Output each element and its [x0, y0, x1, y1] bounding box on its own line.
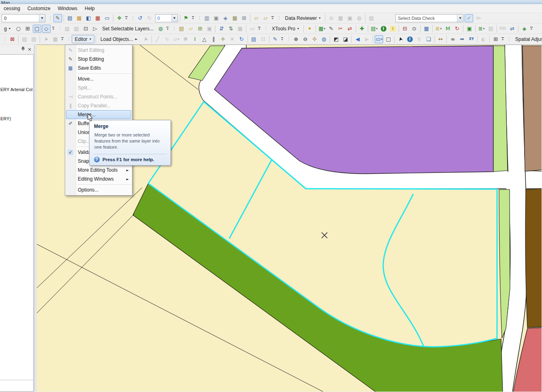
toolbar-overflow-icon[interactable]: ▾: [530, 27, 533, 31]
zoom-selection-icon[interactable]: ⊡: [81, 25, 90, 33]
close-panel-icon[interactable]: ×: [28, 47, 32, 52]
toolbar-grip[interactable]: ⋮: [277, 15, 281, 21]
layer-edit-icon[interactable]: ≣▾: [434, 25, 443, 33]
menubar-item-windows[interactable]: Windows: [54, 4, 81, 13]
set-selectable-layers-button[interactable]: Set Selectable Layers...: [100, 25, 156, 33]
trace-tool-icon[interactable]: I: [191, 35, 199, 43]
toolbar-overflow-icon[interactable]: ▾: [166, 27, 169, 31]
toolbar-extra-icon-5[interactable]: ⊞: [240, 14, 248, 22]
menu-item-stop-editing[interactable]: ✎Stop Editing: [65, 55, 132, 64]
select-duplicates-icon[interactable]: ◈: [520, 25, 529, 33]
toolbar-grip[interactable]: ⋮: [67, 36, 70, 42]
toolbar-grip[interactable]: ⋮: [507, 36, 511, 42]
toolbar-extra-icon-4[interactable]: ▦: [230, 14, 239, 22]
zoom-out-icon[interactable]: ⊖: [301, 35, 309, 43]
refresh-cm-icon[interactable]: ↻: [453, 25, 461, 33]
select-data-check-combo[interactable]: Select Data Check▼: [395, 14, 463, 22]
data-reviewer-menu[interactable]: Data Reviewer▾: [282, 14, 324, 22]
toolbar-grip[interactable]: ⋮: [286, 36, 290, 42]
menubar-item-help[interactable]: Help: [81, 4, 98, 13]
model-builder-icon[interactable]: ❖: [115, 14, 124, 22]
toolbar-grip[interactable]: ⋮: [3, 36, 6, 42]
toc-legend-area[interactable]: ERY Arterial Col ERY): [0, 54, 34, 392]
toolbar-overflow-icon[interactable]: ▾: [281, 37, 284, 41]
menu-item-editing-windows[interactable]: Editing Windows►: [65, 175, 132, 183]
split-polygons-icon[interactable]: ✂: [336, 25, 345, 33]
undo-icon[interactable]: ↺: [136, 14, 145, 22]
tip-icon[interactable]: i: [388, 25, 397, 33]
add-shape-icon[interactable]: ✦: [305, 25, 314, 33]
find-route-icon[interactable]: ➥: [458, 35, 466, 43]
catalog-icon[interactable]: ▦: [75, 14, 83, 22]
swap-symbols-icon[interactable]: ⇄: [508, 25, 516, 33]
toolbar-overflow-icon[interactable]: ▾: [52, 27, 55, 31]
html-popup-icon[interactable]: ❏: [424, 35, 433, 43]
group-features-icon[interactable]: ⊞: [196, 25, 204, 33]
toolbar-grip[interactable]: ⋮: [172, 26, 175, 31]
copy-window-icon[interactable]: ▣: [465, 25, 474, 33]
instance-count-combo[interactable]: 0▼: [155, 14, 178, 22]
menubar-item-customize[interactable]: Customize: [24, 4, 54, 13]
sketch-properties-icon[interactable]: ∷: [259, 35, 267, 43]
pan-icon[interactable]: ✣: [310, 35, 319, 43]
edit-sketch-tool-icon[interactable]: ✎: [53, 14, 62, 22]
update-rows-icon[interactable]: ⇅: [226, 25, 235, 33]
attributes-icon[interactable]: ▤: [250, 35, 258, 43]
load-objects-button[interactable]: Load Objects...►: [97, 35, 141, 43]
grid-window-icon[interactable]: ▦: [422, 25, 431, 33]
toolbar-overflow-icon[interactable]: ▾: [258, 27, 260, 31]
toolbar-overflow-icon[interactable]: ▾: [125, 16, 128, 20]
table-operations-icon[interactable]: ▦▾: [318, 25, 326, 33]
send-features-icon[interactable]: ▱: [186, 25, 195, 33]
toolbar-grip[interactable]: ⋮: [197, 15, 201, 21]
parcel-dark-brown[interactable]: [525, 188, 542, 328]
toolbar-grip[interactable]: ⋮: [48, 15, 52, 21]
topology-edit-icon[interactable]: ⊠: [8, 35, 17, 43]
dialog-form-icon[interactable]: ▤: [66, 14, 74, 22]
spatial-adjustment-menu[interactable]: Spatial Adjustment▾: [512, 35, 542, 43]
select-polygon-icon[interactable]: ▷: [91, 25, 99, 33]
fetch-rows-icon[interactable]: ⇵: [217, 25, 226, 33]
add-feature-icon[interactable]: ✚: [358, 25, 366, 33]
toolbar-grip[interactable]: ⋮: [131, 15, 134, 21]
menu-item-merge[interactable]: Merge...: [65, 110, 132, 119]
parcel-tan-brown[interactable]: [523, 46, 542, 171]
drawing-menu[interactable]: g▾: [1, 24, 14, 33]
flag-icon[interactable]: ⚑: [182, 14, 190, 22]
python-window-icon[interactable]: ▭: [103, 14, 111, 22]
move-vertex-icon[interactable]: ✛: [219, 35, 227, 43]
toolbar-extra-icon-1[interactable]: ▥: [203, 14, 211, 22]
layer-operations-icon[interactable]: ≣▾: [477, 25, 486, 33]
stamp-icon-2[interactable]: ▱: [261, 14, 270, 22]
measure-icon[interactable]: ↔: [436, 35, 445, 43]
layer-combo-dropdown-icon[interactable]: ▼: [39, 15, 45, 22]
editor-menu-button[interactable]: Editor▾: [72, 35, 94, 43]
feature-tree-icon[interactable]: ⊟: [401, 25, 409, 33]
toolbar-grip[interactable]: ⋮: [58, 26, 61, 31]
toolbar-overflow-icon[interactable]: ▾: [271, 16, 274, 20]
menu-item-more-editing-tools[interactable]: More Editing Tools►: [65, 166, 132, 175]
go-to-xy-icon[interactable]: XY: [467, 35, 476, 43]
command-window-icon[interactable]: ◧: [84, 14, 93, 22]
zoom-in-icon[interactable]: ⊕: [292, 35, 300, 43]
full-extent-icon[interactable]: ◍: [320, 35, 328, 43]
viewer-window-icon[interactable]: ⊞: [491, 35, 500, 43]
layer-combo[interactable]: 0▼: [2, 14, 45, 22]
globe-layers-icon[interactable]: ◍: [156, 25, 165, 33]
copy-features-icon[interactable]: ▤: [177, 25, 186, 33]
split-tool-icon[interactable]: ∥: [209, 35, 218, 43]
select-by-rectangle-icon[interactable]: ▭▾: [375, 35, 383, 43]
find-binoculars-icon[interactable]: ∞: [448, 35, 457, 43]
metadata-icon[interactable]: M: [444, 25, 452, 33]
menu-item-move[interactable]: Move...: [65, 75, 132, 83]
rectangle-select-icon[interactable]: □: [33, 25, 41, 33]
reshape-tool-icon[interactable]: △: [200, 35, 209, 43]
toolbar-overflow-icon[interactable]: ▾: [192, 16, 194, 20]
select-data-check-combo-dropdown-icon[interactable]: ▼: [457, 15, 463, 22]
toolbar-overflow-icon[interactable]: ▾: [61, 37, 64, 41]
pin-icon[interactable]: [21, 47, 25, 52]
toolbar-overflow-icon[interactable]: ▾: [501, 37, 504, 41]
polygon-select-icon[interactable]: ◇: [42, 25, 51, 33]
stamp-icon-1[interactable]: ▱: [252, 14, 260, 22]
identify-icon[interactable]: i: [405, 35, 414, 43]
